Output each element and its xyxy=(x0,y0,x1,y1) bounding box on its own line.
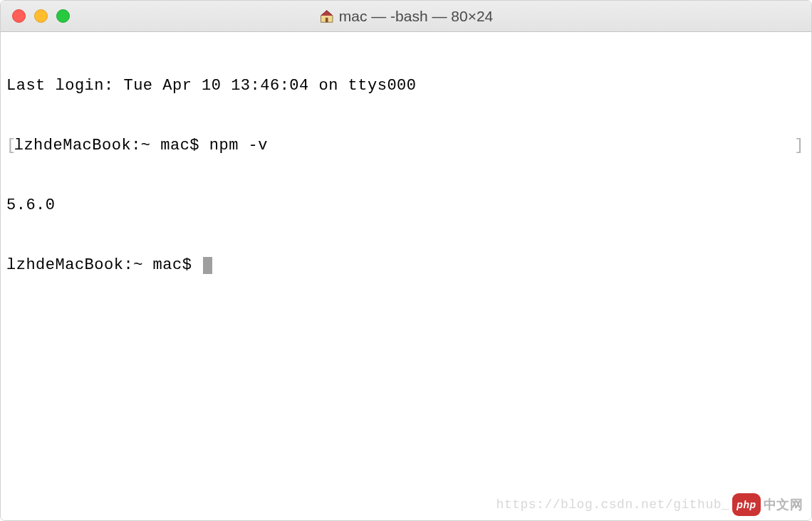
output-line-1: 5.6.0 xyxy=(6,196,806,216)
traffic-lights xyxy=(1,9,70,23)
command-1: npm -v xyxy=(209,137,268,154)
bracket-right-icon: ] xyxy=(794,136,804,156)
home-icon xyxy=(319,9,335,24)
terminal-window: mac — -bash — 80×24 Last login: Tue Apr … xyxy=(0,0,812,521)
php-badge: php xyxy=(732,493,760,516)
titlebar[interactable]: mac — -bash — 80×24 xyxy=(1,1,811,32)
close-button[interactable] xyxy=(12,9,26,23)
window-title-container: mac — -bash — 80×24 xyxy=(319,8,494,25)
command-line-1: [lzhdeMacBook:~ mac$ npm -v] xyxy=(6,136,806,156)
watermark-cn: 中文网 xyxy=(764,495,803,515)
cursor xyxy=(203,257,212,274)
watermark: https://blog.csdn.net/github_ php 中文网 xyxy=(496,493,803,516)
last-login-line: Last login: Tue Apr 10 13:46:04 on ttys0… xyxy=(6,76,806,96)
terminal-body[interactable]: Last login: Tue Apr 10 13:46:04 on ttys0… xyxy=(1,32,811,520)
current-prompt-line: lzhdeMacBook:~ mac$ xyxy=(6,256,806,275)
watermark-url: https://blog.csdn.net/github_ xyxy=(496,495,730,515)
svg-rect-0 xyxy=(326,17,328,21)
minimize-button[interactable] xyxy=(34,9,48,23)
prompt-2: lzhdeMacBook:~ mac$ xyxy=(6,256,202,275)
window-title: mac — -bash — 80×24 xyxy=(339,8,494,25)
maximize-button[interactable] xyxy=(56,9,70,23)
prompt-1: lzhdeMacBook:~ mac$ xyxy=(14,137,209,154)
